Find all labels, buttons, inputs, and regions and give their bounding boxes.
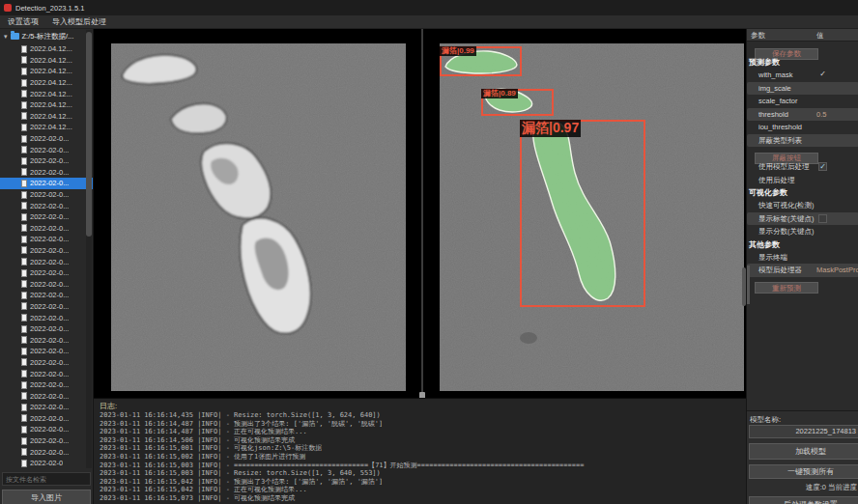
tree-item-label: 2022-02-0... bbox=[30, 224, 69, 233]
tree-item[interactable]: 2022-02-0... bbox=[0, 368, 94, 379]
param-row[interactable]: 使用模型后处理✓ bbox=[747, 160, 858, 174]
param-row[interactable]: img_scale bbox=[747, 82, 858, 96]
tree-item[interactable]: 2022-02-0... bbox=[0, 435, 94, 447]
param-row[interactable]: 显示标签(关键点) bbox=[747, 212, 858, 226]
tree-item[interactable]: 2022-02-0... bbox=[0, 278, 94, 290]
param-button-row: 保存参数 bbox=[747, 42, 858, 56]
tree-item[interactable]: 2022-02-0... bbox=[0, 200, 94, 211]
app-window: Detection_2023.1.5.1 设置选项 导入模型后处理 ▾ Z:/5… bbox=[0, 0, 858, 504]
tree-item[interactable]: 2022-02-0... bbox=[0, 267, 94, 279]
param-section-header: 其他参数 bbox=[747, 238, 858, 251]
panel-divider[interactable] bbox=[421, 29, 423, 398]
panel-scrollbar-thumb[interactable] bbox=[747, 266, 750, 304]
param-rows: 保存参数预测参数with_mask✓img_scalescale_factort… bbox=[747, 42, 858, 291]
predict-all-button[interactable]: 一键预测所有 bbox=[749, 464, 858, 479]
tree-item[interactable]: 2022-02-0... bbox=[0, 301, 94, 313]
checkbox[interactable] bbox=[818, 214, 827, 223]
log-line: 2023-01-11 16:16:14,435 |INFO| - Resize:… bbox=[100, 411, 742, 420]
tree-item[interactable]: 2022-02-0... bbox=[0, 413, 94, 425]
tree-item[interactable]: 2022-02-0... bbox=[0, 256, 94, 267]
param-row[interactable]: threshold0.5 bbox=[747, 108, 858, 122]
menu-item-import-postprocess[interactable]: 导入模型后处理 bbox=[52, 16, 106, 27]
param-row[interactable]: 快速可视化(检测) bbox=[747, 199, 858, 212]
load-model-button[interactable]: 加载模型 bbox=[749, 443, 858, 460]
tree-item-label: 2022-02-0... bbox=[30, 202, 69, 210]
tree-item[interactable]: 2022-02-0... bbox=[0, 346, 94, 357]
tree-item[interactable]: 2022-02-0... bbox=[0, 189, 94, 201]
param-row[interactable]: 屏蔽类型列表 bbox=[747, 134, 858, 148]
menu-item-settings[interactable]: 设置选项 bbox=[8, 16, 39, 27]
import-images-button[interactable]: 导入图片 bbox=[2, 490, 91, 504]
tree-item[interactable]: 2022-02-0... bbox=[0, 379, 94, 391]
tree-item[interactable]: 2022-02-0... bbox=[0, 424, 94, 435]
tree-item[interactable]: 2022.04.12... bbox=[0, 66, 94, 77]
tree-item[interactable]: 2022.04.12... bbox=[0, 43, 94, 55]
tree-item[interactable]: 2022.04.12... bbox=[0, 77, 94, 89]
postprocess-settings-button[interactable]: 后处理参数设置 bbox=[749, 496, 858, 504]
sidebar: ▾ Z:/5-标注数据/... 2022.04.12...2022.04.12.… bbox=[0, 29, 94, 504]
tree-item[interactable]: 2022-02-0... bbox=[0, 211, 94, 223]
parameter-panel: 参数 值 保存参数预测参数with_mask✓img_scalescale_fa… bbox=[746, 29, 858, 504]
tree-item-label: 2022-02-0... bbox=[30, 246, 69, 255]
file-icon bbox=[21, 437, 27, 445]
param-button[interactable]: 重新预测 bbox=[755, 282, 818, 294]
file-icon bbox=[21, 157, 27, 165]
file-icon bbox=[21, 314, 27, 322]
tree-item[interactable]: 2022-02-0... bbox=[0, 312, 94, 323]
right-image-canvas[interactable]: 漏箔|0.99漏箔|0.89漏箔|0.97 bbox=[440, 43, 744, 391]
tree-item[interactable]: 2022.04.12... bbox=[0, 122, 94, 133]
tree-item[interactable]: 2022-02-0... bbox=[0, 167, 94, 179]
tree-item-label: 2022-02-0... bbox=[30, 302, 69, 311]
tree-item[interactable]: 2022.04.12... bbox=[0, 111, 94, 123]
tree-item[interactable]: 2022-02-0... bbox=[0, 234, 94, 245]
tree-root-node[interactable]: ▾ Z:/5-标注数据/... bbox=[0, 29, 94, 43]
param-label: 使用后处理 bbox=[758, 176, 795, 184]
tree-item[interactable]: 2022.04.12... bbox=[0, 55, 94, 67]
search-input[interactable] bbox=[2, 472, 91, 486]
tree-item[interactable]: 2022-02-0 bbox=[0, 458, 94, 469]
tree-item[interactable]: 2022-02-0... bbox=[0, 133, 94, 145]
tree-item[interactable]: 2022-02-0... bbox=[0, 155, 94, 167]
file-icon bbox=[21, 460, 27, 467]
param-row[interactable]: 使用后处理 bbox=[747, 174, 858, 187]
tree-item[interactable]: 2022-02-0... bbox=[0, 290, 94, 301]
log-console[interactable]: 日志: 2023-01-11 16:16:14,435 |INFO| - Res… bbox=[94, 398, 746, 504]
file-icon bbox=[21, 302, 27, 310]
file-icon bbox=[21, 101, 27, 109]
param-row[interactable]: 模型后处理器MaskPostPro bbox=[747, 264, 858, 277]
tree-item-label: 2022-02-0... bbox=[30, 403, 69, 411]
tree-item[interactable]: 2022.04.12... bbox=[0, 88, 94, 99]
checkbox[interactable]: ✓ bbox=[818, 162, 827, 171]
file-icon bbox=[21, 112, 27, 120]
file-icon bbox=[21, 426, 27, 434]
tree-item[interactable]: 2022-02-0... bbox=[0, 357, 94, 369]
left-image-canvas[interactable] bbox=[111, 43, 406, 391]
tree-item[interactable]: 2022-02-0... bbox=[0, 446, 94, 458]
tree-item[interactable]: 2022-02-0... bbox=[0, 323, 94, 335]
tree-item[interactable]: 2022.04.12... bbox=[0, 99, 94, 111]
file-icon bbox=[21, 180, 27, 187]
chevron-down-icon[interactable]: ▾ bbox=[4, 33, 8, 41]
file-icon bbox=[21, 236, 27, 243]
param-value: 0.5 bbox=[816, 108, 826, 122]
tree-item[interactable]: 2022-02-0... bbox=[0, 390, 94, 402]
tree-scrollbar-thumb[interactable] bbox=[86, 32, 92, 237]
file-icon bbox=[21, 358, 27, 366]
param-row[interactable]: with_mask✓ bbox=[747, 69, 858, 82]
param-row[interactable]: scale_factor bbox=[747, 95, 858, 108]
tree-item[interactable]: 2022-02-0... bbox=[0, 144, 94, 155]
tree-item[interactable]: 2022-02-0... bbox=[0, 402, 94, 413]
param-row[interactable]: 显示终端 bbox=[747, 251, 858, 265]
param-row[interactable]: iou_threshold bbox=[747, 121, 858, 134]
tree-item[interactable]: 2022-02-0... bbox=[0, 223, 94, 235]
file-icon bbox=[21, 213, 27, 221]
model-name-field[interactable]: 20221225_174813 bbox=[749, 425, 858, 438]
file-tree: ▾ Z:/5-标注数据/... 2022.04.12...2022.04.12.… bbox=[0, 29, 94, 470]
tree-item-label: 2022-02-0... bbox=[30, 358, 69, 367]
tree-item[interactable]: 2022-02-0... bbox=[0, 334, 94, 346]
tree-item[interactable]: 2022-02-0... bbox=[0, 178, 94, 189]
file-icon bbox=[21, 370, 27, 378]
file-icon bbox=[21, 124, 27, 131]
param-row[interactable]: 显示分数(关键点) bbox=[747, 225, 858, 238]
tree-item[interactable]: 2022-02-0... bbox=[0, 245, 94, 257]
